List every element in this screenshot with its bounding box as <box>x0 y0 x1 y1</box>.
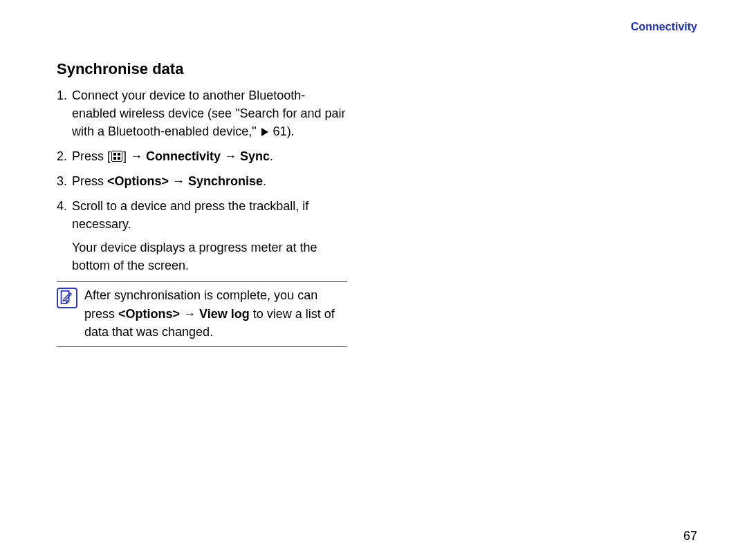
step-2: 2. Press [] → Connectivity → Sync. <box>57 147 347 165</box>
menu-path-item: Connectivity <box>146 149 221 163</box>
text: ). <box>287 124 295 138</box>
text: ] → <box>123 149 146 163</box>
xref-page: 61 <box>273 124 287 138</box>
text: → <box>180 307 199 321</box>
menu-key-icon <box>111 151 122 162</box>
step-3: 3. Press <Options> → Synchronise. <box>57 172 347 190</box>
xref-triangle-icon <box>261 128 268 136</box>
text: . <box>270 149 273 163</box>
text: Connect your device to another Bluetooth… <box>72 88 346 138</box>
text: Press [ <box>72 149 111 163</box>
manual-page: Connectivity Synchronise data 1. Connect… <box>0 0 747 560</box>
menu-path-item: Sync <box>240 149 270 163</box>
menu-path-item: View log <box>199 307 250 321</box>
text: Press <box>72 174 107 188</box>
note-text: After synchronisation is complete, you c… <box>84 286 347 340</box>
step-text: Press <Options> → Synchronise. <box>72 172 347 190</box>
step-1: 1. Connect your device to another Blueto… <box>57 86 347 140</box>
section-heading: Synchronise data <box>57 59 347 80</box>
softkey-label: <Options> <box>118 307 180 321</box>
step-number: 4. <box>57 197 72 274</box>
step-number: 2. <box>57 147 72 165</box>
text: Your device displays a progress meter at… <box>72 239 347 274</box>
section-breadcrumb: Connectivity <box>631 21 697 33</box>
softkey-label: <Options> <box>107 174 169 188</box>
text: . <box>263 174 266 188</box>
text: Scroll to a device and press the trackba… <box>72 197 347 233</box>
step-4: 4. Scroll to a device and press the trac… <box>57 197 347 274</box>
note-icon <box>57 288 77 308</box>
note-block: After synchronisation is complete, you c… <box>57 281 347 346</box>
page-number: 67 <box>683 529 697 543</box>
body-column: Synchronise data 1. Connect your device … <box>57 59 347 347</box>
step-text: Scroll to a device and press the trackba… <box>72 197 347 274</box>
step-number: 3. <box>57 172 72 190</box>
text: → <box>169 174 188 188</box>
step-text: Connect your device to another Bluetooth… <box>72 86 347 140</box>
text: → <box>221 149 240 163</box>
step-text: Press [] → Connectivity → Sync. <box>72 147 347 165</box>
menu-path-item: Synchronise <box>188 174 263 188</box>
step-number: 1. <box>57 86 72 140</box>
